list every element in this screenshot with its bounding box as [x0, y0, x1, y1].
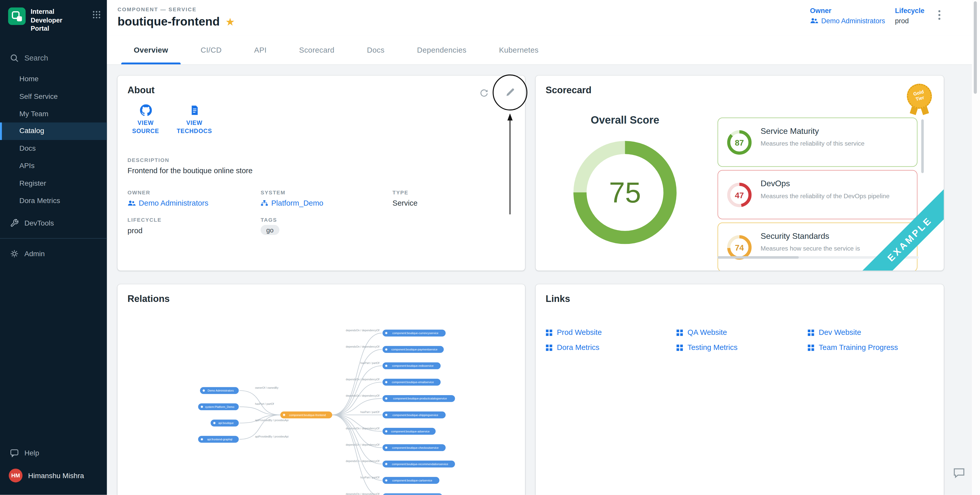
edit-pencil-icon[interactable]: [503, 85, 518, 100]
sidebar-item-register[interactable]: Register: [0, 175, 107, 192]
wrench-icon: [10, 219, 19, 228]
links-card: Links Prod Website QA Website Dev Websit…: [536, 284, 944, 495]
sidebar-item-catalog[interactable]: Catalog: [0, 123, 107, 140]
app-window: Internal Developer Portal Search Home Se…: [0, 0, 980, 495]
view-source-button[interactable]: VIEW SOURCE: [125, 105, 166, 135]
relation-node[interactable]: Demo Administrators: [200, 387, 239, 394]
tag-chip[interactable]: go: [261, 225, 279, 235]
gear-icon: [10, 250, 19, 258]
svg-text:component:boutique-recommendat: component:boutique-recommendationservice: [392, 463, 448, 466]
people-icon: [810, 18, 818, 24]
link-team-training-progress[interactable]: Team Training Progress: [808, 343, 942, 352]
tab-kubernetes[interactable]: Kubernetes: [483, 35, 555, 64]
sidebar-item-docs[interactable]: Docs: [0, 140, 107, 158]
overall-score-value: 75: [572, 140, 678, 246]
tab-dependencies[interactable]: Dependencies: [401, 35, 483, 64]
link-qa-website[interactable]: QA Website: [676, 328, 808, 337]
search-label: Search: [24, 54, 48, 62]
sidebar-item-help[interactable]: Help: [0, 443, 107, 463]
content-area: About VIEW SOURCE VIEW TECHDOCS: [107, 65, 980, 495]
overall-score-gauge: 75: [572, 140, 678, 246]
techdocs-icon: [189, 105, 200, 116]
relation-node[interactable]: system:Platform_Demo: [198, 403, 239, 410]
link-prod-website[interactable]: Prod Website: [546, 328, 676, 337]
link-dev-website[interactable]: Dev Website: [808, 328, 942, 337]
tags-field-label: TAGS: [261, 217, 279, 223]
tab-docs[interactable]: Docs: [351, 35, 401, 64]
sidebar-search[interactable]: Search: [0, 48, 107, 68]
relation-node[interactable]: component:boutique-cartservice: [382, 477, 439, 484]
score-card-service-maturity[interactable]: 87 Service Maturity Measures the reliabi…: [718, 118, 918, 167]
system-field-value[interactable]: Platform_Demo: [261, 199, 323, 207]
logo-icon: [11, 10, 23, 22]
relation-edge-label: dependsOn / dependencyOf: [346, 345, 379, 348]
svg-text:api:frontend-graphql: api:frontend-graphql: [207, 438, 232, 441]
relation-node[interactable]: component:boutique-redisservice: [382, 363, 441, 369]
sidebar-item-my-team[interactable]: My Team: [0, 105, 107, 123]
owner-field-value[interactable]: Demo Administrators: [127, 199, 208, 207]
sidebar-item-admin[interactable]: Admin: [0, 244, 107, 264]
score-title: DevOps: [760, 179, 910, 188]
lifecycle-field: LIFECYCLE prod: [127, 217, 161, 235]
relation-node[interactable]: component:boutique-frontend: [280, 411, 332, 419]
tab-overview[interactable]: Overview: [118, 35, 185, 64]
sidebar-item-apis[interactable]: APIs: [0, 158, 107, 175]
owner-value: Demo Administrators: [821, 17, 885, 24]
relation-node[interactable]: component:boutique-paymentservice: [382, 346, 444, 353]
relation-edge-label: hasPart / partOf: [361, 361, 379, 364]
admin-label: Admin: [24, 250, 45, 258]
view-techdocs-button[interactable]: VIEW TECHDOCS: [174, 105, 215, 135]
apps-grid-icon[interactable]: [92, 10, 101, 21]
description-label: DESCRIPTION: [127, 157, 253, 163]
score-card-devops[interactable]: 47 DevOps Measures the reliability of th…: [718, 170, 918, 219]
kebab-menu-icon[interactable]: [938, 10, 941, 22]
relations-card: Relations ownerOf / ownedByhasPart / par…: [118, 284, 525, 495]
system-icon: [261, 200, 268, 206]
type-field: TYPE Service: [392, 189, 417, 207]
tab-api[interactable]: API: [238, 35, 283, 64]
link-label: Prod Website: [557, 328, 602, 337]
score-list-vertical-scrollbar[interactable]: [921, 119, 924, 173]
link-testing-metrics[interactable]: Testing Metrics: [676, 343, 808, 352]
scorecard-title: Scorecard: [546, 84, 592, 95]
sidebar-item-devtools[interactable]: DevTools: [0, 213, 107, 233]
about-title: About: [127, 84, 154, 95]
relation-node[interactable]: api:frontend-graphql: [198, 436, 239, 442]
about-card: About VIEW SOURCE VIEW TECHDOCS: [118, 76, 525, 271]
page-scrollbar-thumb[interactable]: [974, 1, 977, 94]
sidebar-item-dora-metrics[interactable]: Dora Metrics: [0, 192, 107, 209]
refresh-icon[interactable]: [476, 85, 491, 100]
header-lifecycle: Lifecycle prod: [895, 7, 924, 24]
svg-text:component:boutique-redisservic: component:boutique-redisservice: [392, 364, 434, 367]
relation-node[interactable]: component:boutique-recommendationservice: [382, 460, 455, 467]
relation-node[interactable]: component:boutique-checkoutservice: [382, 444, 445, 451]
owner-link[interactable]: Demo Administrators: [810, 17, 885, 24]
sidebar-item-home[interactable]: Home: [0, 70, 107, 88]
feedback-chat-icon[interactable]: [952, 466, 966, 482]
sidebar-item-self-service[interactable]: Self Service: [0, 88, 107, 105]
link-label: Dev Website: [819, 328, 861, 337]
score-title: Service Maturity: [760, 126, 910, 135]
sidebar-divider: [0, 238, 107, 239]
relation-node[interactable]: component:boutique-adservice: [382, 428, 436, 435]
link-dora-metrics[interactable]: Dora Metrics: [546, 343, 676, 352]
svg-text:component:boutique-paymentserv: component:boutique-paymentservice: [391, 348, 438, 351]
relation-node[interactable]: component:boutique-productcatalogservice: [382, 395, 455, 402]
relation-node[interactable]: component:boutique-shippingservice: [382, 411, 445, 419]
link-grid-icon: [676, 329, 683, 336]
relation-edge-label: dependsOn / dependencyOf: [346, 460, 379, 463]
score-description: Measures the reliability of this service: [760, 140, 910, 147]
relation-node[interactable]: component:boutique-emailservice: [382, 379, 441, 386]
relation-node[interactable]: api:boutique: [210, 420, 239, 427]
links-grid: Prod Website QA Website Dev Website Dora…: [546, 328, 942, 352]
tab-scorecard[interactable]: Scorecard: [283, 35, 350, 64]
relation-edge-label: dependsOn / dependencyOf: [346, 329, 379, 332]
relation-edge: [332, 415, 382, 480]
user-name: Himanshu Mishra: [28, 472, 84, 479]
favorite-star-icon[interactable]: ★: [225, 17, 235, 27]
user-menu[interactable]: HM Himanshu Mishra: [0, 463, 107, 490]
relation-node[interactable]: component:boutique-currencyservice: [382, 329, 445, 336]
relation-node[interactable]: component:boutique-loadgenerator: [382, 493, 442, 495]
tab-cicd[interactable]: CI/CD: [185, 35, 238, 64]
relation-edge-label: hasPart / partOf: [361, 411, 379, 414]
